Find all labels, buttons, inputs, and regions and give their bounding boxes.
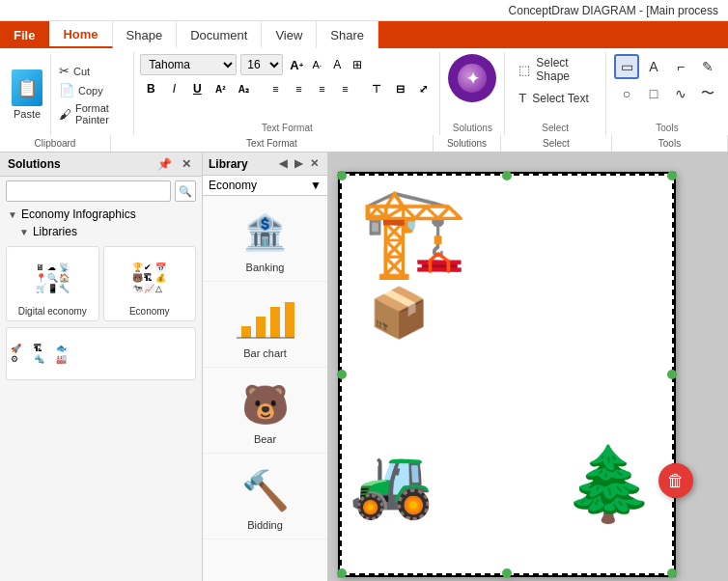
solutions-group-bottom-label: Solutions: [434, 135, 501, 152]
lib-item-banking[interactable]: 🏦 Banking: [203, 196, 327, 282]
tab-file[interactable]: File: [0, 21, 49, 48]
subscript-button[interactable]: A₂: [233, 78, 254, 99]
handle-mr[interactable]: [667, 370, 677, 379]
cut-button[interactable]: ✂ Cut: [55, 62, 129, 80]
delete-button[interactable]: 🗑: [658, 463, 693, 498]
clipboard-label: Clipboard: [0, 135, 111, 152]
text-tool-button[interactable]: A: [641, 54, 666, 79]
paste-label: Paste: [14, 108, 41, 120]
font-group: Tahoma 16 A+ A- A ⊞ B I U A² A₂ ≡ ≡ ≡ ≡ …: [134, 52, 440, 135]
tractor-element[interactable]: 🚜: [350, 443, 434, 522]
handle-tl[interactable]: [337, 171, 347, 180]
justify-button[interactable]: ≡: [334, 78, 355, 99]
pen-tool-button[interactable]: ✎: [695, 54, 720, 79]
more-library-items: 🚀🏗🐟 ⚙🔩🏭: [0, 327, 202, 384]
library-thumb-economy[interactable]: 🏆✔📅 🐻🏗💰 🐄📈△ Economy: [103, 246, 197, 321]
library-thumb-economy2[interactable]: 🚀🏗🐟 ⚙🔩🏭: [6, 327, 196, 380]
handle-tm[interactable]: [502, 171, 512, 180]
format-painter-button[interactable]: 🖌 Format Painter: [55, 100, 129, 127]
handle-tr[interactable]: [667, 171, 677, 180]
font-size-select[interactable]: 16: [240, 54, 283, 75]
tree-item-economy[interactable]: ▼ Economy Infographics: [0, 206, 202, 223]
tree-element[interactable]: 🌲: [564, 442, 655, 527]
close-panel-icon[interactable]: ✕: [179, 156, 194, 172]
tab-bar: File Home Shape Document View Share: [0, 21, 728, 48]
banking-img: 🏦: [227, 204, 304, 262]
economy-img: 🏆✔📅 🐻🏗💰 🐄📈△: [116, 251, 183, 304]
tab-share[interactable]: Share: [317, 21, 378, 48]
tab-document[interactable]: Document: [177, 21, 262, 48]
font-group-label: Text Format: [140, 123, 434, 135]
select-shape-button[interactable]: ⬚ Select Shape: [513, 54, 598, 85]
bear-label: Bear: [254, 433, 276, 445]
bold-button[interactable]: B: [140, 78, 161, 99]
lib-next-button[interactable]: ▶: [292, 156, 305, 171]
rect-tool-button[interactable]: □: [641, 81, 666, 106]
pallet-element[interactable]: 📦: [369, 285, 429, 341]
valign-mid-button[interactable]: ⊟: [389, 78, 410, 99]
lib-item-bear[interactable]: 🐻 Bear: [203, 368, 327, 454]
select-text-button[interactable]: T Select Text: [513, 89, 598, 107]
lib-item-bidding[interactable]: 🔨 Bidding: [203, 454, 327, 540]
underline-button[interactable]: U: [186, 78, 208, 99]
paste-button[interactable]: 📋 Paste: [4, 54, 51, 135]
font-shrink-button[interactable]: A-: [307, 55, 326, 74]
align-right-button[interactable]: ≡: [311, 78, 332, 99]
clipboard-group: 📋 Paste ✂ Cut 📄 Copy 🖌 Format Painter: [0, 52, 134, 135]
expand-button[interactable]: ⤢: [412, 78, 434, 99]
curve-tool-button[interactable]: ∿: [668, 81, 693, 106]
connect-tool-button[interactable]: ⌐: [668, 54, 693, 79]
library-panel: Library ◀ ▶ ✕ Economy ▼ 🏦 Banking: [203, 152, 328, 581]
pointer-tool-button[interactable]: ▭: [614, 54, 639, 79]
ribbon: 📋 Paste ✂ Cut 📄 Copy 🖌 Format Painter Ta…: [0, 48, 728, 135]
solutions-button[interactable]: ✦: [448, 54, 496, 102]
canvas-area[interactable]: 🏗️ 📦 🚜 🌲 🗑 ↩️: [328, 152, 728, 581]
tools-group-label: Tools: [656, 123, 678, 135]
lib-close-button[interactable]: ✕: [307, 156, 322, 171]
tree-item-libraries[interactable]: ▼ Libraries: [0, 223, 202, 240]
handle-bm[interactable]: [502, 568, 512, 578]
font-reset-button[interactable]: A: [327, 55, 347, 74]
search-button[interactable]: 🔍: [175, 180, 196, 202]
excavator-element[interactable]: 🏗️: [359, 188, 467, 275]
svg-rect-0: [241, 326, 251, 338]
italic-button[interactable]: I: [163, 78, 184, 99]
select-shape-icon: ⬚: [518, 63, 530, 77]
align-center-button[interactable]: ≡: [288, 78, 309, 99]
solutions-panel-header: Solutions 📌 ✕: [0, 152, 202, 177]
search-input[interactable]: [6, 180, 171, 202]
pin-icon[interactable]: 📌: [154, 156, 175, 172]
valign-top-button[interactable]: ⊤: [366, 78, 387, 99]
select-group: ⬚ Select Shape T Select Text Select: [505, 52, 606, 135]
ellipse-tool-button[interactable]: ○: [614, 81, 639, 106]
font-size-buttons: A+ A- A ⊞: [287, 55, 367, 74]
trash-icon: 🗑: [667, 471, 685, 491]
align-left-button[interactable]: ≡: [265, 78, 286, 99]
title-text: ConceptDraw DIAGRAM - [Main process: [509, 4, 718, 17]
superscript-button[interactable]: A²: [210, 78, 231, 99]
font-name-select[interactable]: Tahoma: [140, 54, 237, 75]
freehand-tool-button[interactable]: 〜: [695, 81, 720, 106]
handle-ml[interactable]: [337, 370, 347, 379]
tab-home[interactable]: Home: [49, 21, 112, 48]
handle-br[interactable]: [667, 568, 677, 578]
lib-prev-button[interactable]: ◀: [276, 156, 290, 171]
tab-shape[interactable]: Shape: [113, 21, 178, 48]
select-group-label: Select: [513, 123, 598, 135]
lib-item-barchart[interactable]: Bar chart: [203, 282, 327, 368]
library-nav: ◀ ▶ ✕: [276, 156, 322, 171]
font-grow-button[interactable]: A+: [287, 55, 306, 74]
library-grid: 🖥☁📡 📍🔍🏠 🛒📱🔧 Digital economy 🏆✔📅 🐻🏗💰 🐄📈△: [0, 240, 202, 327]
library-dropdown[interactable]: Economy ▼: [203, 176, 327, 196]
tree-arrow-economy: ▼: [8, 209, 17, 220]
tab-view[interactable]: View: [262, 21, 317, 48]
handle-bl[interactable]: [337, 568, 347, 578]
format-painter-label: Format Painter: [75, 102, 126, 125]
bear-img: 🐻: [227, 375, 304, 433]
copy-button[interactable]: 📄 Copy: [55, 81, 129, 99]
panel-header-icons: 📌 ✕: [154, 156, 194, 172]
tools-group: ▭ A ⌐ ✎ ○ □ ∿ 〜 Tools: [606, 52, 728, 135]
library-thumb-digital-economy[interactable]: 🖥☁📡 📍🔍🏠 🛒📱🔧 Digital economy: [6, 246, 99, 321]
more-font-button[interactable]: ⊞: [348, 55, 367, 74]
svg-rect-2: [270, 307, 280, 338]
